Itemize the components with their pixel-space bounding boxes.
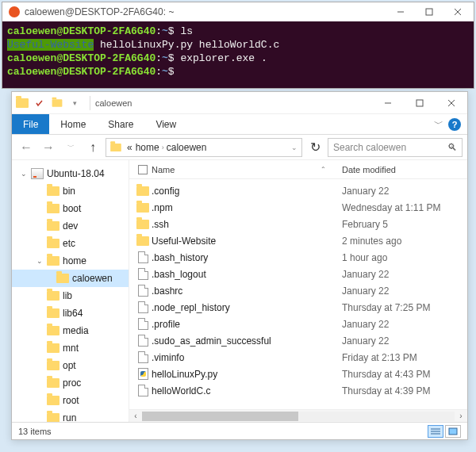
maximize-button[interactable] bbox=[404, 92, 436, 114]
folder-icon bbox=[47, 186, 60, 196]
folder-icon bbox=[47, 204, 60, 213]
file-row[interactable]: .npmWednesday at 1:11 PM bbox=[134, 199, 467, 216]
tree-item[interactable]: proc bbox=[12, 374, 129, 392]
address-bar[interactable]: « home › caloewen ⌄ bbox=[106, 138, 302, 157]
close-button[interactable] bbox=[443, 2, 472, 21]
scroll-right-icon[interactable]: › bbox=[455, 412, 467, 420]
refresh-button[interactable]: ↻ bbox=[305, 138, 324, 157]
terminal-body[interactable]: caloewen@DESKTOP-2FA6G40:~$ ls Useful-We… bbox=[2, 21, 474, 88]
tree-item[interactable]: etc bbox=[12, 235, 129, 252]
tree-label: bin bbox=[63, 186, 75, 197]
tree-item-selected[interactable]: caloewen bbox=[12, 270, 129, 287]
collapse-caret-icon[interactable]: ⌄ bbox=[20, 170, 28, 178]
file-row[interactable]: .sudo_as_admin_successfulJanuary 22 bbox=[134, 332, 467, 349]
status-bar: 13 items bbox=[12, 422, 467, 439]
expand-caret-icon[interactable]: ⌄ bbox=[36, 257, 44, 265]
close-button[interactable] bbox=[436, 92, 467, 114]
scroll-left-icon[interactable]: ‹ bbox=[129, 412, 142, 420]
search-icon: 🔍︎ bbox=[447, 142, 457, 153]
file-name: .npm bbox=[152, 202, 342, 213]
svg-rect-1 bbox=[426, 9, 432, 15]
file-date: 2 minutes ago bbox=[342, 236, 467, 247]
back-button[interactable]: ← bbox=[17, 138, 36, 157]
file-list[interactable]: .configJanuary 22.npmWednesday at 1:11 P… bbox=[129, 179, 467, 409]
tree-item[interactable]: mnt bbox=[12, 339, 129, 357]
tree-item[interactable]: lib64 bbox=[12, 305, 129, 322]
tree-item[interactable]: ⌄home bbox=[12, 252, 129, 270]
file-row[interactable]: .bash_history1 hour ago bbox=[134, 249, 467, 266]
tree-label: caloewen bbox=[72, 273, 113, 284]
breadcrumb[interactable]: home bbox=[134, 142, 161, 153]
tree-item[interactable]: boot bbox=[12, 200, 129, 217]
terminal-line: caloewen@DESKTOP-2FA6G40:~$ ls bbox=[7, 25, 469, 38]
nav-tree[interactable]: ⌄ Ubuntu-18.04 binbootdevetc⌄homecaloewe… bbox=[12, 160, 129, 422]
column-header-date[interactable]: Date modified bbox=[342, 165, 467, 174]
file-row[interactable]: .bash_logoutJanuary 22 bbox=[134, 266, 467, 282]
file-row[interactable]: .configJanuary 22 bbox=[134, 182, 467, 199]
tree-label: lib bbox=[63, 290, 72, 301]
tree-item[interactable]: opt bbox=[12, 357, 129, 374]
search-input[interactable]: Search caloewen 🔍︎ bbox=[328, 138, 463, 157]
tree-children: binbootdevetc⌄homecaloewenliblib64mediam… bbox=[12, 182, 129, 422]
explorer-titlebar[interactable]: ▾ caloewen bbox=[12, 92, 467, 114]
tab-file[interactable]: File bbox=[12, 114, 49, 134]
qat-chevron-icon[interactable]: ▾ bbox=[67, 96, 82, 110]
tree-item[interactable]: bin bbox=[12, 182, 129, 200]
maximize-button[interactable] bbox=[415, 2, 443, 21]
select-all-checkbox[interactable] bbox=[138, 165, 148, 174]
folder-icon bbox=[47, 308, 60, 318]
terminal-line: caloewen@DESKTOP-2FA6G40:~$ explorer.exe… bbox=[7, 52, 469, 65]
tree-label: Ubuntu-18.04 bbox=[47, 168, 105, 179]
qat-properties-icon[interactable] bbox=[33, 96, 47, 110]
up-button[interactable]: ↑ bbox=[83, 138, 102, 157]
view-details-button[interactable] bbox=[428, 425, 443, 438]
scroll-track[interactable] bbox=[142, 412, 455, 421]
tab-share[interactable]: Share bbox=[97, 114, 144, 134]
file-row[interactable]: .node_repl_historyThursday at 7:25 PM bbox=[134, 299, 467, 316]
column-header-name[interactable]: Name ⌃ bbox=[152, 165, 342, 174]
minimize-button[interactable] bbox=[386, 2, 415, 21]
qat-new-folder-icon[interactable] bbox=[50, 96, 64, 110]
view-large-icons-button[interactable] bbox=[445, 425, 461, 438]
tab-home[interactable]: Home bbox=[49, 114, 97, 134]
folder-icon bbox=[47, 343, 60, 353]
tree-root[interactable]: ⌄ Ubuntu-18.04 bbox=[12, 165, 129, 182]
horizontal-scrollbar[interactable]: ‹ › bbox=[129, 409, 467, 422]
tab-view[interactable]: View bbox=[144, 114, 187, 134]
tree-item[interactable]: run bbox=[12, 409, 129, 422]
file-name: helloLinuxPy.py bbox=[152, 369, 342, 380]
file-row[interactable]: Useful-Website2 minutes ago bbox=[134, 232, 467, 249]
tree-label: proc bbox=[63, 377, 81, 389]
breadcrumb-prefix[interactable]: « bbox=[125, 142, 134, 153]
breadcrumb[interactable]: caloewen bbox=[165, 142, 209, 153]
tree-item[interactable]: media bbox=[12, 322, 129, 339]
expand-ribbon-icon[interactable]: ﹀ bbox=[434, 117, 443, 131]
file-row[interactable]: helloWorldC.cThursday at 4:39 PM bbox=[134, 382, 467, 399]
file-row[interactable]: helloLinuxPy.pyThursday at 4:43 PM bbox=[134, 366, 467, 382]
column-headers[interactable]: Name ⌃ Date modified bbox=[129, 160, 467, 179]
file-icon bbox=[138, 251, 148, 263]
terminal-titlebar[interactable]: caloewen@DESKTOP-2FA6G40: ~ bbox=[2, 2, 474, 21]
tree-item[interactable]: dev bbox=[12, 217, 129, 235]
file-row[interactable]: .profileJanuary 22 bbox=[134, 316, 467, 332]
file-name: .bashrc bbox=[152, 285, 342, 297]
file-date: Thursday at 4:43 PM bbox=[342, 369, 467, 380]
recent-locations-chevron[interactable]: ﹀ bbox=[61, 138, 80, 157]
forward-button[interactable]: → bbox=[39, 138, 58, 157]
address-dropdown-icon[interactable]: ⌄ bbox=[290, 144, 298, 151]
help-icon[interactable]: ? bbox=[448, 118, 461, 131]
folder-icon bbox=[47, 413, 60, 422]
folder-icon bbox=[47, 291, 60, 301]
tree-label: opt bbox=[63, 360, 76, 371]
folder-icon bbox=[136, 236, 149, 246]
file-date: January 22 bbox=[342, 285, 467, 297]
file-row[interactable]: .bashrcJanuary 22 bbox=[134, 282, 467, 299]
file-row[interactable]: .viminfoFriday at 2:13 PM bbox=[134, 349, 467, 366]
minimize-button[interactable] bbox=[372, 92, 404, 114]
terminal-line: Useful-Website helloLinuxPy.py helloWorl… bbox=[7, 38, 469, 52]
file-row[interactable]: .sshFebruary 5 bbox=[134, 216, 467, 232]
folder-icon bbox=[47, 361, 60, 370]
scroll-thumb[interactable] bbox=[142, 412, 298, 421]
tree-item[interactable]: root bbox=[12, 392, 129, 409]
tree-item[interactable]: lib bbox=[12, 287, 129, 305]
